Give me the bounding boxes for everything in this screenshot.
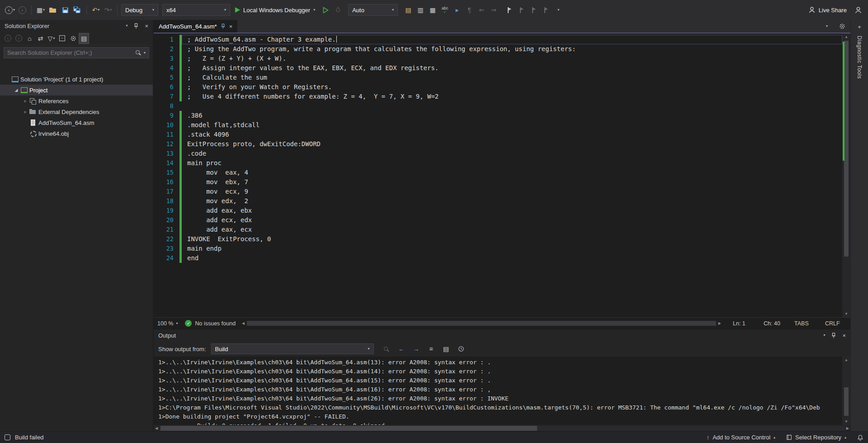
add-to-source-control-button[interactable]: ↑ Add to Source Control ▴ [707, 434, 775, 441]
configuration-dropdown[interactable]: Debug▾ [121, 4, 158, 16]
previous-bookmark-button[interactable] [516, 4, 527, 16]
code-line[interactable]: 14main proc [154, 158, 842, 168]
line-indicator[interactable]: Ln: 1 [733, 320, 755, 327]
toolbar-options-button[interactable]: ▾ [553, 4, 564, 16]
code-text[interactable]: .386 [182, 111, 842, 120]
toggle-bookmark-button[interactable] [504, 4, 515, 16]
code-line[interactable]: 1; AddTwoSum_64.asm - Chapter 3 example. [154, 35, 842, 44]
code-text[interactable]: ; AddTwoSum_64.asm - Chapter 3 example. [182, 35, 842, 44]
code-text[interactable]: .code [182, 149, 842, 158]
code-line[interactable]: 20 add ecx, edx [154, 215, 842, 225]
line-ending-indicator[interactable]: CRLF [825, 320, 847, 327]
se-collapse-all-button[interactable]: − [57, 33, 67, 44]
code-line[interactable]: 5; Calculate the sum [154, 73, 842, 82]
code-text[interactable]: ExitProcess proto, dwExitCode:DWORD [182, 139, 842, 149]
code-line[interactable]: 21 add eax, ecx [154, 225, 842, 234]
code-line[interactable]: 13.code [154, 149, 842, 158]
scroll-right-icon[interactable]: ▶ [718, 321, 721, 325]
tree-collapsed-arrow-icon[interactable]: ▹ [22, 99, 29, 103]
redo-button[interactable]: ↷▾ [103, 4, 113, 16]
watch-mode-dropdown[interactable]: Auto▾ [348, 4, 398, 16]
close-panel-button[interactable]: × [842, 332, 846, 339]
decrease-indent-button[interactable]: ⇐ [476, 4, 487, 16]
scroll-up-icon[interactable]: ▲ [842, 357, 850, 363]
completion-mode-button[interactable]: ▸ [452, 4, 462, 16]
code-line[interactable]: 22INVOKE ExitProcess, 0 [154, 234, 842, 244]
tree-item[interactable]: ◢Project [0, 85, 153, 95]
scroll-down-icon[interactable]: ▼ [842, 418, 850, 425]
tree-item[interactable]: Solution 'Project' (1 of 1 project) [0, 74, 153, 85]
chevron-down-icon[interactable]: ▾ [144, 51, 146, 55]
code-text[interactable] [182, 101, 842, 111]
code-line[interactable]: 17 mov ecx, 9 [154, 187, 842, 196]
column-indicator[interactable]: Ch: 40 [764, 320, 785, 327]
code-text[interactable]: ; Use 4 different numbers for example: Z… [182, 92, 842, 101]
hot-reload-button[interactable] [332, 4, 343, 16]
previous-message-button[interactable]: ← [396, 343, 406, 355]
scroll-left-icon[interactable]: ◀ [242, 321, 245, 325]
code-line[interactable]: 12ExitProcess proto, dwExitCode:DWORD [154, 139, 842, 149]
code-text[interactable]: ; Verify on your Watch or Registers. [182, 82, 842, 92]
save-all-button[interactable] [72, 4, 83, 16]
window-position-button[interactable]: ▾ [126, 24, 127, 28]
code-text[interactable]: ; Z = (Z + Y) + (X + W). [182, 54, 842, 63]
code-line[interactable]: 24end [154, 253, 842, 263]
se-properties-button[interactable] [68, 33, 78, 44]
active-files-dropdown-button[interactable]: ▾ [821, 20, 832, 32]
start-debugging-button[interactable]: Local Windows Debugger ▾ [231, 4, 319, 16]
code-text[interactable]: mov eax, 4 [182, 168, 842, 177]
code-text[interactable]: ; Calculate the sum [182, 73, 842, 82]
sign-in-button[interactable] [853, 4, 863, 16]
zoom-dropdown[interactable]: 100 %▾ [157, 320, 178, 327]
select-repository-button[interactable]: Select Repository ▴ [786, 434, 846, 441]
platform-dropdown[interactable]: x64▾ [162, 4, 230, 16]
code-line[interactable]: 6; Verify on your Watch or Registers. [154, 82, 842, 92]
scrollbar-thumb[interactable] [844, 41, 849, 257]
code-text[interactable]: mov ecx, 9 [182, 187, 842, 196]
code-line[interactable]: 16 mov ebx, 7 [154, 177, 842, 187]
increase-indent-button[interactable]: ⇒ [488, 4, 499, 16]
code-text[interactable]: add ecx, edx [182, 215, 842, 225]
window-position-button[interactable]: ▾ [823, 333, 825, 337]
code-line[interactable]: 2; Using the AddTwo program, write a pro… [154, 44, 842, 54]
code-line[interactable]: 9.386 [154, 111, 842, 120]
scrollbar-track[interactable] [247, 321, 716, 326]
start-without-debugging-button[interactable] [320, 4, 331, 16]
nav-back-button[interactable]: ‹▾ [5, 4, 15, 16]
code-text[interactable]: mov ebx, 7 [182, 177, 842, 187]
code-text[interactable]: .stack 4096 [182, 130, 842, 139]
find-message-button[interactable] [382, 343, 392, 355]
output-log[interactable]: 1>..\..\Irvine\Irvine\Examples\ch03\64 b… [154, 357, 842, 425]
editor-options-button[interactable] [837, 20, 848, 32]
editor-horizontal-scrollbar[interactable]: ◀ ▶ [242, 320, 721, 327]
output-vertical-scrollbar[interactable]: ▲ ▼ [842, 357, 850, 425]
code-line[interactable]: 4; Assign integer values to the EAX, EBX… [154, 63, 842, 73]
code-line[interactable]: 23main endp [154, 244, 842, 253]
parameter-info-button[interactable]: ▥ [415, 4, 426, 16]
code-line[interactable]: 11.stack 4096 [154, 130, 842, 139]
save-button[interactable] [60, 4, 71, 16]
scrollbar-track[interactable] [160, 426, 844, 431]
document-health-indicator[interactable]: ✓No issues found [185, 320, 236, 327]
tree-item[interactable]: ▹References [0, 95, 153, 106]
se-filter-button[interactable]: ▽▾ [46, 33, 57, 44]
open-file-button[interactable] [47, 4, 58, 16]
editor-vertical-scrollbar[interactable]: ▲ ▼ [842, 33, 850, 317]
close-tab-button[interactable]: × [229, 23, 233, 30]
pin-tab-button[interactable] [221, 24, 226, 29]
member-list-button[interactable]: ▤ [403, 4, 414, 16]
se-back-button[interactable]: ‹ [3, 33, 13, 44]
se-forward-button[interactable]: › [14, 33, 24, 44]
tree-item[interactable]: Irvine64.obj [0, 128, 153, 139]
scroll-right-icon[interactable]: ▶ [846, 426, 849, 430]
live-share-button[interactable]: Live Share [804, 6, 851, 14]
code-text[interactable]: main proc [182, 158, 842, 168]
background-tasks-icon[interactable] [5, 434, 10, 440]
code-line[interactable]: 8 [154, 101, 842, 111]
se-sync-button[interactable]: ⇄ [35, 33, 46, 44]
code-text[interactable]: INVOKE ExitProcess, 0 [182, 234, 842, 244]
nav-forward-button[interactable]: › [17, 4, 28, 16]
code-text[interactable]: .model flat,stdcall [182, 120, 842, 130]
quick-info-button[interactable]: ▦ [427, 4, 438, 16]
indent-mode-indicator[interactable]: TABS [794, 320, 816, 327]
